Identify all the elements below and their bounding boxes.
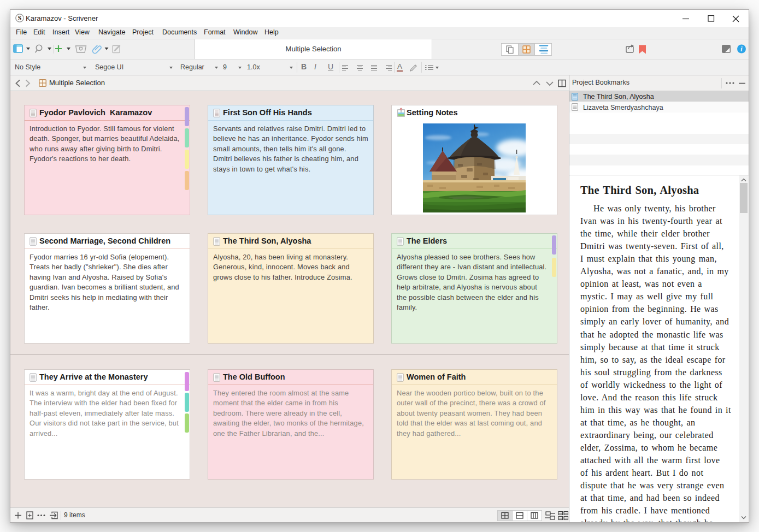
svg-text:S: S: [18, 15, 21, 21]
